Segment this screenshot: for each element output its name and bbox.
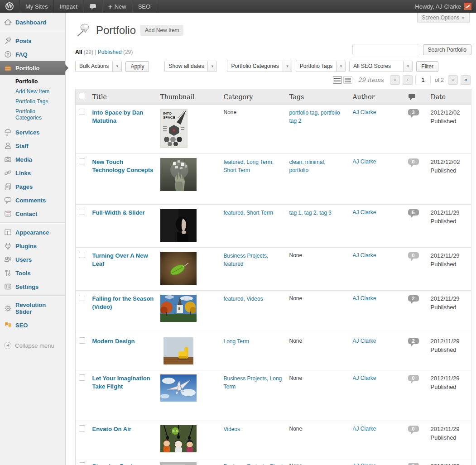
author-link[interactable]: AJ Clarke <box>353 295 376 302</box>
row-title-link[interactable]: Let Your Imagination Take Flight <box>92 374 154 390</box>
row-title-link[interactable]: Modern Design <box>92 337 154 345</box>
author-link[interactable]: AJ Clarke <box>353 463 376 465</box>
term-links[interactable]: tag 1, tag 2, tag 3 <box>289 210 332 216</box>
column-header-title[interactable]: Title <box>89 89 157 105</box>
select-all-checkbox[interactable] <box>79 93 85 99</box>
term-links[interactable]: clean, minimal, portfolio <box>289 159 326 173</box>
sidebar-item-links[interactable]: Links <box>0 166 65 180</box>
sidebar-item-portfolio[interactable]: Portfolio <box>0 61 65 75</box>
row-checkbox[interactable] <box>79 425 85 431</box>
term-links[interactable]: portfolio tag, portfolio tag 2 <box>289 110 340 124</box>
author-link[interactable]: AJ Clarke <box>353 209 376 216</box>
term-links[interactable]: Business Projects, featured <box>224 253 269 267</box>
thumbnail-envato[interactable]: On Air <box>160 447 197 454</box>
thumbnail-modern[interactable] <box>160 359 197 366</box>
comment-count-bubble[interactable]: 0 <box>408 375 419 381</box>
sidebar-item-dashboard[interactable]: Dashboard <box>0 15 65 29</box>
term-links[interactable]: Videos <box>224 426 240 432</box>
first-page-button[interactable]: « <box>390 75 400 85</box>
submenu-item-portfolio-categories[interactable]: Portfolio Categories <box>0 106 65 123</box>
row-checkbox[interactable] <box>79 209 85 215</box>
row-title-link[interactable]: Stunning Custom Architecture <box>92 462 154 465</box>
row-title-link[interactable]: Full-Width & Slider <box>92 209 154 217</box>
author-link[interactable]: AJ Clarke <box>353 252 376 259</box>
comment-count-bubble[interactable]: 0 <box>408 252 419 259</box>
last-page-button[interactable]: » <box>461 75 471 85</box>
term-links[interactable]: Business Projects, Short Term <box>224 463 283 465</box>
sidebar-item-faq[interactable]: ?FAQ <box>0 48 65 61</box>
row-checkbox[interactable] <box>79 462 85 465</box>
thumbnail-leaf[interactable] <box>160 279 197 286</box>
row-title-link[interactable]: Turning Over A New Leaf <box>92 252 154 268</box>
author-link[interactable]: AJ Clarke <box>353 338 376 344</box>
row-checkbox[interactable] <box>79 252 85 258</box>
row-title-link[interactable]: Into Space by Dan Matutina <box>92 109 154 125</box>
comment-count-bubble[interactable]: 2 <box>408 295 419 302</box>
sidebar-item-revolution-slider[interactable]: Revolution Slider <box>0 298 65 318</box>
add-new-item-button[interactable]: Add New Item <box>140 25 183 36</box>
column-header-date[interactable]: Date <box>428 89 471 105</box>
term-links[interactable]: featured, Long Term, Short Term <box>224 159 274 173</box>
row-title-link[interactable]: New Touch Technology Concepts <box>92 158 154 174</box>
term-links[interactable]: featured, Short Term <box>224 210 273 216</box>
comment-count-bubble[interactable]: 0 <box>408 426 419 432</box>
comment-count-bubble[interactable]: 5 <box>408 209 419 216</box>
filter-button[interactable]: Filter <box>416 61 438 72</box>
seo-menu[interactable]: SEO <box>132 0 156 13</box>
new-content-menu[interactable]: + New <box>102 0 132 13</box>
my-sites-menu[interactable]: My Sites <box>19 0 54 13</box>
author-link[interactable]: AJ Clarke <box>353 426 376 432</box>
row-checkbox[interactable] <box>79 158 85 164</box>
term-links[interactable]: Long Term <box>224 338 249 345</box>
term-links[interactable]: Business Projects, Long Term <box>224 375 282 390</box>
submenu-item-portfolio-tags[interactable]: Portfolio Tags <box>0 96 65 106</box>
wp-logo-menu[interactable]: W <box>0 0 19 13</box>
search-input[interactable] <box>352 44 420 55</box>
sidebar-item-users[interactable]: Users <box>0 253 65 266</box>
sidebar-item-plugins[interactable]: Plugins <box>0 239 65 253</box>
view-published-link[interactable]: Published <box>98 49 122 55</box>
row-checkbox[interactable] <box>79 109 85 115</box>
thumbnail-new-touch[interactable] <box>160 186 197 192</box>
submenu-item-portfolio[interactable]: Portfolio <box>0 77 65 86</box>
sidebar-item-media[interactable]: Media <box>0 153 65 166</box>
row-checkbox[interactable] <box>79 337 85 344</box>
collapse-menu-button[interactable]: ◀Collapse menu <box>0 338 65 352</box>
current-page-input[interactable] <box>415 75 431 85</box>
row-title-link[interactable]: Envato On Air <box>92 425 154 433</box>
thumbnail-full-width[interactable] <box>160 236 197 243</box>
term-links[interactable]: featured, Videos <box>224 296 263 302</box>
sidebar-item-posts[interactable]: Posts <box>0 34 65 48</box>
thumbnail-into-space[interactable]: INTOSPACE <box>160 143 188 149</box>
apply-button[interactable]: Apply <box>125 61 149 72</box>
sidebar-item-contact[interactable]: Contact <box>0 207 65 221</box>
site-name-menu[interactable]: Impact <box>54 0 83 13</box>
tags-select[interactable]: Portfolio Tags ▼ <box>296 61 346 72</box>
sidebar-item-settings[interactable]: Settings <box>0 280 65 293</box>
row-checkbox[interactable] <box>79 295 85 301</box>
comment-count-bubble[interactable]: 0 <box>408 463 419 465</box>
list-view-toggle[interactable] <box>333 76 342 84</box>
thumbnail-flight[interactable] <box>160 396 197 403</box>
sidebar-item-pages[interactable]: Pages <box>0 180 65 193</box>
prev-page-button[interactable]: ‹ <box>403 75 413 85</box>
bulk-actions-select[interactable]: Bulk Actions ▼ <box>75 61 122 72</box>
author-link[interactable]: AJ Clarke <box>353 375 376 381</box>
row-title-link[interactable]: Falling for the Season (Video) <box>92 295 154 311</box>
submenu-item-add-new-item[interactable]: Add New Item <box>0 86 65 96</box>
author-link[interactable]: AJ Clarke <box>353 158 376 165</box>
categories-select[interactable]: Portfolio Categories ▼ <box>227 61 292 72</box>
my-account-menu[interactable]: Howdy, AJ Clarke <box>410 0 476 13</box>
author-link[interactable]: AJ Clarke <box>353 109 376 115</box>
sidebar-item-appearance[interactable]: Appearance <box>0 225 65 239</box>
next-page-button[interactable]: › <box>448 75 458 85</box>
sidebar-item-staff[interactable]: Staff <box>0 139 65 153</box>
thumbnail-falling[interactable] <box>160 316 197 323</box>
sidebar-item-seo[interactable]: SEO <box>0 318 65 332</box>
comments-shortcut[interactable] <box>83 0 102 13</box>
sidebar-item-tools[interactable]: Tools <box>0 266 65 280</box>
comment-count-bubble[interactable]: 0 <box>408 158 419 165</box>
sidebar-item-services[interactable]: Services <box>0 125 65 139</box>
excerpt-view-toggle[interactable] <box>343 76 352 84</box>
view-all-link[interactable]: All <box>75 49 82 55</box>
